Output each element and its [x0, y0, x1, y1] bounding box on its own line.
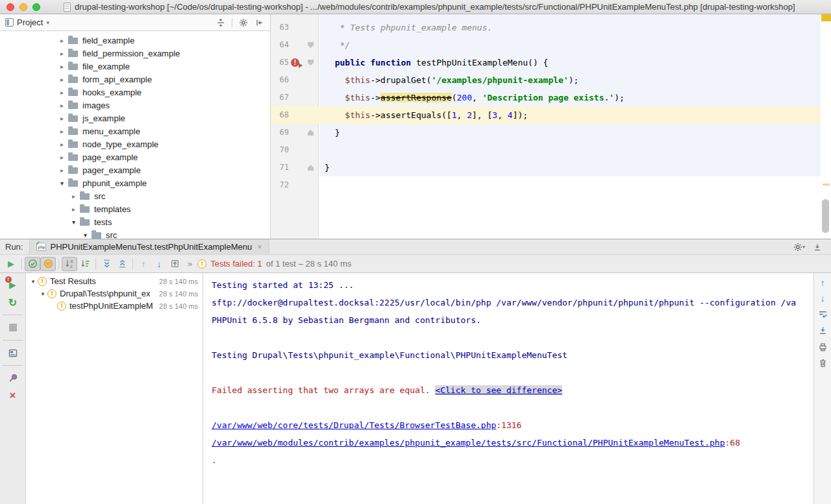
project-tree-item[interactable]: ▸field_example	[0, 34, 270, 47]
project-panel-title[interactable]: Project	[17, 18, 43, 27]
minimize-panel-icon[interactable]	[813, 243, 822, 252]
project-tree-item[interactable]: ▸node_type_example	[0, 138, 270, 150]
chevron-right-icon[interactable]: ▸	[57, 141, 67, 148]
gear-icon[interactable]: ▾	[793, 243, 805, 252]
chevron-down-icon[interactable]: ▾	[29, 278, 38, 285]
window-minimize-button[interactable]	[19, 3, 27, 11]
chevron-right-icon[interactable]: ▸	[69, 193, 79, 200]
down-stack-trace-button[interactable]: ↓	[821, 294, 825, 303]
import-test-results-button[interactable]	[167, 257, 182, 271]
fold-icon[interactable]	[308, 130, 314, 136]
expand-all-button[interactable]	[99, 257, 114, 271]
chevron-right-icon[interactable]: ▸	[57, 50, 67, 57]
chevron-right-icon[interactable]: ▸	[57, 76, 67, 83]
editor-error-stripe[interactable]	[821, 14, 831, 239]
project-tree-item[interactable]: ▸page_example	[0, 150, 270, 163]
window-zoom-button[interactable]	[32, 3, 40, 11]
previous-failed-test-button[interactable]: ↑	[136, 257, 151, 271]
project-tree-item[interactable]: ▸src	[0, 189, 270, 202]
show-passed-button[interactable]	[25, 257, 40, 271]
project-tree-item[interactable]: ▾phpunit_example	[0, 176, 270, 189]
chevron-right-icon[interactable]: ▸	[57, 154, 67, 161]
chevron-down-icon[interactable]: ▾	[69, 219, 79, 226]
code-line[interactable]: 63 * Tests phpunit_example menus.	[271, 19, 821, 36]
chevron-right-icon[interactable]: ▸	[69, 206, 79, 213]
project-tree-item[interactable]: ▸hooks_example	[0, 86, 270, 99]
chevron-right-icon[interactable]: ▸	[57, 167, 67, 174]
run-configuration-tab[interactable]: php✓ PHPUnitExampleMenuTest.testPhpUnitE…	[29, 239, 269, 254]
project-tree-item[interactable]: ▸field_permission_example	[0, 47, 270, 60]
tree-item-label: node_type_example	[82, 139, 158, 149]
file-link[interactable]: /var/www/web/modules/contrib/examples/ph…	[212, 438, 725, 448]
fold-slot	[303, 71, 319, 89]
sort-alphabetically-button[interactable]: a z	[62, 257, 77, 271]
close-panel-button[interactable]: ×	[5, 388, 21, 403]
project-tree-item[interactable]: ▸templates	[0, 202, 270, 215]
chevron-right-icon[interactable]: ▸	[57, 89, 67, 96]
scroll-to-end-button[interactable]	[818, 326, 828, 335]
stop-button[interactable]	[5, 320, 21, 335]
code-line[interactable]: 72	[271, 176, 821, 194]
show-ignored-button[interactable]	[40, 257, 56, 271]
test-tree-item[interactable]: ▾!Test Results28 s 140 ms	[26, 275, 203, 287]
test-console-output[interactable]: Testing started at 13:25 ...sftp://docke…	[203, 273, 813, 504]
chevron-right-icon[interactable]: ▸	[57, 37, 67, 44]
code-line[interactable]: 65! public function testPhpUnitExampleMe…	[271, 54, 821, 71]
code-line[interactable]: 66 $this->drupalGet('/examples/phpunit-e…	[271, 71, 821, 89]
code-line[interactable]: 64 */	[271, 36, 821, 54]
chevron-down-icon[interactable]: ▾	[57, 180, 67, 187]
editor-scrollbar-thumb[interactable]	[822, 199, 829, 233]
fold-icon[interactable]	[308, 42, 314, 48]
up-stack-trace-button[interactable]: ↑	[821, 278, 825, 287]
restore-layout-button[interactable]	[5, 345, 21, 361]
project-tree-item[interactable]: ▸images	[0, 99, 270, 112]
print-button[interactable]	[818, 342, 828, 352]
see-difference-link[interactable]: <Click to see difference>	[435, 385, 562, 395]
project-tree-item[interactable]: ▸js_example	[0, 112, 270, 125]
failed-test-run-icon[interactable]: !	[291, 58, 299, 67]
close-icon[interactable]: ×	[257, 242, 262, 252]
code-editor[interactable]: 63 * Tests phpunit_example menus.64 */65…	[271, 14, 831, 239]
collapse-all-icon[interactable]	[216, 18, 225, 27]
next-failed-test-button[interactable]: ↓	[151, 257, 167, 271]
chevron-right-icon[interactable]: ▸	[57, 115, 67, 122]
test-tree-item[interactable]: ▾!Drupal\Tests\phpunit_ex28 s 140 ms	[26, 287, 203, 300]
warning-stripe-mark[interactable]	[823, 184, 830, 186]
rerun-failed-tests-button[interactable]: ▶ !	[5, 277, 21, 293]
file-status-warning-indicator[interactable]	[821, 14, 831, 21]
sort-by-duration-button[interactable]	[77, 257, 93, 271]
project-tree-item[interactable]: ▸menu_example	[0, 125, 270, 138]
collapse-all-button[interactable]	[114, 257, 130, 271]
chevron-right-icon[interactable]: ▸	[57, 63, 67, 70]
fold-icon[interactable]	[308, 165, 314, 171]
fold-icon[interactable]	[308, 60, 314, 66]
chevron-right-icon[interactable]: ▸	[57, 102, 67, 109]
clear-all-button[interactable]	[818, 358, 828, 368]
folder-icon	[80, 193, 90, 200]
soft-wrap-button[interactable]	[818, 309, 828, 319]
project-tree-item[interactable]: ▸pager_example	[0, 163, 270, 176]
toggle-auto-test-button[interactable]: ↻	[5, 294, 21, 310]
test-tree-item[interactable]: !testPhpUnitExampleM28 s 140 ms	[26, 300, 203, 312]
code-line[interactable]: 71}	[271, 159, 821, 176]
code-line[interactable]: 67 $this->assertResponse(200, 'Descripti…	[271, 89, 821, 106]
document-icon	[64, 3, 71, 12]
project-tree-item[interactable]: ▸file_example	[0, 60, 270, 73]
code-line[interactable]: 69 }	[271, 124, 821, 141]
chevron-down-icon[interactable]: ▾	[38, 291, 47, 297]
code-line[interactable]: 68 $this->assertEquals([1, 2], [3, 4]);	[271, 106, 821, 124]
code-line[interactable]: 70	[271, 141, 821, 159]
chevron-right-icon[interactable]: ▸	[57, 128, 67, 135]
file-link[interactable]: /var/www/web/core/tests/Drupal/Tests/Bro…	[212, 420, 496, 430]
rerun-button[interactable]: ▶	[3, 257, 19, 271]
hide-panel-icon[interactable]	[254, 18, 264, 27]
project-tree-item[interactable]: ▾src	[0, 228, 270, 239]
chevron-down-icon[interactable]: ▾	[46, 19, 49, 26]
project-tree-item[interactable]: ▸form_api_example	[0, 73, 270, 86]
project-tree-item[interactable]: ▾tests	[0, 215, 270, 228]
pin-tab-button[interactable]	[5, 370, 21, 386]
gear-icon[interactable]	[239, 18, 248, 27]
window-close-button[interactable]	[6, 3, 14, 11]
chevron-down-icon[interactable]: ▾	[81, 232, 90, 239]
more-actions-icon[interactable]: »	[188, 259, 192, 269]
